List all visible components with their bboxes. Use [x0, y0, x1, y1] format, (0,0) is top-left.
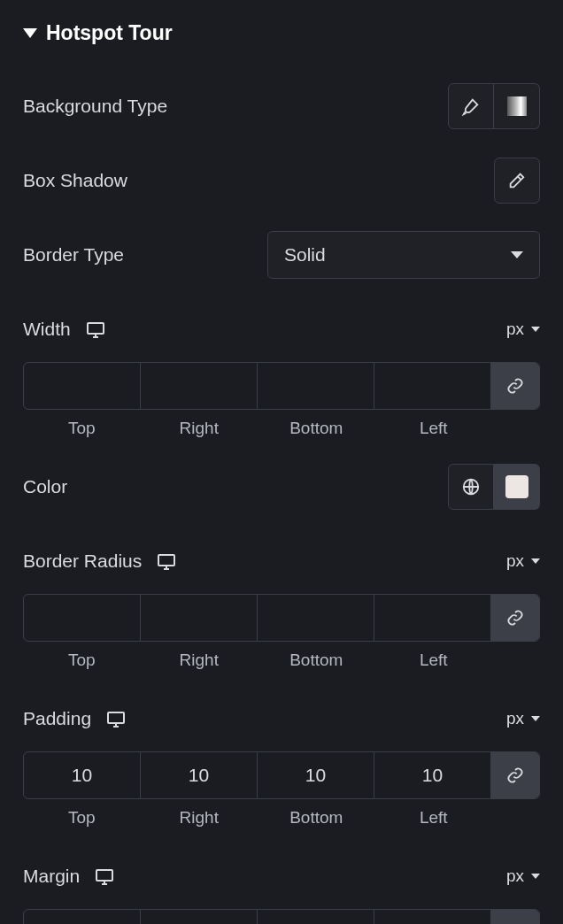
paintbrush-icon [461, 96, 481, 116]
padding-bottom-input[interactable] [258, 752, 374, 798]
dim-label-bottom: Bottom [258, 419, 375, 438]
width-inputs [23, 362, 540, 410]
link-icon [506, 609, 524, 627]
link-icon [506, 766, 524, 784]
border-radius-link-button[interactable] [491, 595, 539, 641]
border-radius-top-input[interactable] [24, 595, 141, 641]
border-radius-dim-labels: Top Right Bottom Left [23, 651, 540, 670]
border-radius-inputs [23, 594, 540, 642]
margin-label: Margin [23, 866, 115, 887]
dim-label-bottom: Bottom [258, 651, 375, 670]
border-radius-right-input[interactable] [141, 595, 258, 641]
desktop-icon[interactable] [94, 866, 115, 887]
padding-unit: px [506, 709, 524, 728]
dim-label-left: Left [375, 419, 493, 438]
width-label: Width [23, 319, 106, 340]
dim-label-top: Top [23, 808, 141, 828]
border-radius-left-input[interactable] [374, 595, 491, 641]
border-type-select[interactable]: Solid [267, 231, 540, 279]
background-type-group [448, 83, 540, 129]
border-radius-row: Border Radius px [23, 537, 540, 585]
border-radius-label-text: Border Radius [23, 551, 142, 572]
background-classic-button[interactable] [448, 83, 494, 129]
width-bottom-input[interactable] [258, 363, 374, 409]
chevron-down-icon [531, 874, 540, 879]
box-shadow-edit-button[interactable] [494, 158, 540, 204]
link-icon [506, 377, 524, 395]
dim-label-right: Right [141, 419, 258, 438]
margin-left-input[interactable] [374, 910, 491, 924]
width-unit: px [506, 320, 524, 339]
width-link-button[interactable] [491, 363, 539, 409]
color-swatch-button[interactable] [494, 464, 540, 510]
padding-row: Padding px [23, 695, 540, 743]
padding-left-input[interactable] [374, 752, 491, 798]
margin-right-input[interactable] [141, 910, 258, 924]
color-row: Color [23, 463, 540, 511]
section-title: Hotspot Tour [46, 21, 173, 45]
color-global-button[interactable] [448, 464, 494, 510]
width-dim-labels: Top Right Bottom Left [23, 419, 540, 438]
background-type-label: Background Type [23, 96, 167, 117]
dim-label-top: Top [23, 419, 141, 438]
svg-rect-4 [96, 870, 112, 881]
box-shadow-row: Box Shadow [23, 157, 540, 204]
desktop-icon[interactable] [85, 319, 106, 340]
border-radius-label: Border Radius [23, 551, 177, 572]
dim-label-bottom: Bottom [258, 808, 375, 828]
padding-inputs-group: Top Right Bottom Left [23, 751, 540, 828]
section-header[interactable]: Hotspot Tour [23, 21, 540, 45]
dim-label-right: Right [141, 808, 258, 828]
width-top-input[interactable] [24, 363, 141, 409]
padding-inputs [23, 751, 540, 799]
padding-dim-labels: Top Right Bottom Left [23, 808, 540, 828]
gradient-icon [507, 96, 527, 116]
padding-top-input[interactable] [24, 752, 141, 798]
chevron-down-icon [531, 327, 540, 332]
box-shadow-label: Box Shadow [23, 170, 127, 191]
padding-unit-picker[interactable]: px [506, 709, 540, 728]
desktop-icon[interactable] [156, 551, 177, 572]
chevron-down-icon [511, 251, 523, 258]
color-label: Color [23, 476, 67, 497]
padding-label: Padding [23, 708, 127, 729]
margin-bottom-input[interactable] [258, 910, 374, 924]
collapse-caret-icon [23, 28, 37, 38]
globe-icon [461, 477, 481, 497]
margin-label-text: Margin [23, 866, 80, 887]
padding-link-button[interactable] [491, 752, 539, 798]
border-radius-unit: px [506, 551, 524, 571]
margin-row: Margin px [23, 852, 540, 900]
margin-unit-picker[interactable]: px [506, 866, 540, 886]
svg-rect-2 [158, 555, 174, 566]
width-inputs-group: Top Right Bottom Left [23, 362, 540, 438]
background-gradient-button[interactable] [494, 83, 540, 129]
dim-label-right: Right [141, 651, 258, 670]
width-right-input[interactable] [141, 363, 258, 409]
pencil-icon [507, 171, 527, 190]
width-unit-picker[interactable]: px [506, 320, 540, 339]
background-type-row: Background Type [23, 82, 540, 130]
border-radius-bottom-input[interactable] [258, 595, 374, 641]
margin-inputs [23, 909, 540, 924]
border-radius-unit-picker[interactable]: px [506, 551, 540, 571]
width-left-input[interactable] [374, 363, 491, 409]
svg-rect-0 [88, 323, 104, 334]
width-row: Width px [23, 305, 540, 353]
svg-rect-3 [108, 712, 124, 723]
desktop-icon[interactable] [105, 708, 127, 729]
dim-label-left: Left [375, 808, 493, 828]
margin-inputs-group: Top Right Bottom Left [23, 909, 540, 924]
border-type-value: Solid [284, 244, 326, 266]
color-group [448, 464, 540, 510]
padding-right-input[interactable] [141, 752, 258, 798]
border-radius-inputs-group: Top Right Bottom Left [23, 594, 540, 670]
chevron-down-icon [531, 716, 540, 721]
margin-link-button[interactable] [491, 910, 539, 924]
color-swatch [505, 475, 528, 498]
border-type-label: Border Type [23, 244, 124, 266]
dim-label-top: Top [23, 651, 141, 670]
dim-label-left: Left [375, 651, 493, 670]
margin-unit: px [506, 866, 524, 886]
margin-top-input[interactable] [24, 910, 141, 924]
